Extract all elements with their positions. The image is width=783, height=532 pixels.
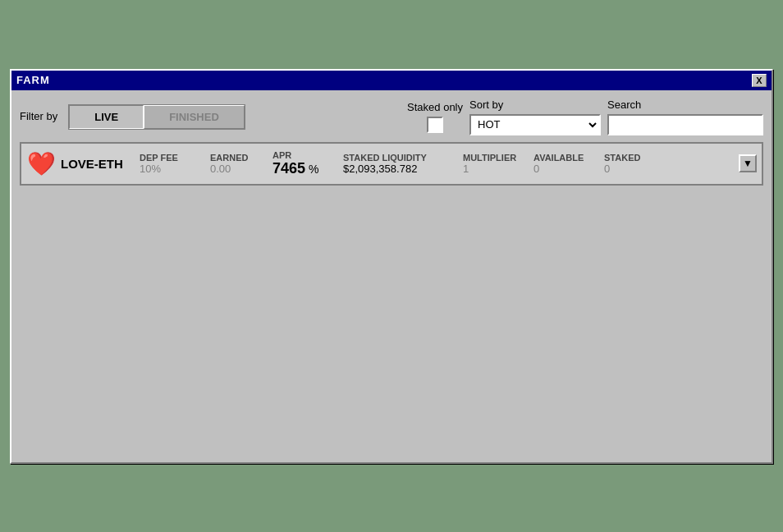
staked-col: Staked 0 (604, 153, 653, 175)
dep-fee-value: 10% (140, 163, 161, 175)
earned-value: 0.00 (210, 163, 231, 175)
apr-col: APR 7465 % (272, 150, 338, 177)
staked-liq-label: Staked Liquidity (343, 153, 427, 163)
sort-label: Sort by (469, 99, 601, 111)
filter-by-label: Filter by (20, 110, 57, 124)
farm-table: ❤️ LOVE-ETH DEP FEE 10% Earned 0.00 APR … (20, 142, 763, 186)
search-input[interactable] (607, 114, 763, 135)
sort-select[interactable]: HOT APR EARNED LIQUIDITY MULTIPLIER (469, 114, 601, 135)
earned-label: Earned (210, 153, 248, 163)
available-value: 0 (533, 163, 539, 175)
staked-liq-col: Staked Liquidity $2,093,358.782 (343, 153, 458, 175)
staked-only-label: Staked only (407, 101, 463, 113)
staked-liq-value: $2,093,358.782 (343, 163, 417, 175)
expand-button[interactable]: ▼ (739, 154, 757, 172)
dep-fee-label: DEP FEE (140, 153, 178, 163)
table-row: ❤️ LOVE-ETH DEP FEE 10% Earned 0.00 APR … (21, 143, 762, 185)
multiplier-col: Multiplier 1 (463, 153, 529, 175)
filter-tabs: LIVE FINISHED (68, 104, 245, 130)
tab-live[interactable]: LIVE (69, 105, 144, 129)
tab-finished[interactable]: FINISHED (144, 105, 245, 129)
earned-col: Earned 0.00 (210, 153, 268, 175)
window-body: Filter by LIVE FINISHED Staked only Sort… (11, 90, 772, 462)
farm-name: LOVE-ETH (61, 157, 135, 171)
search-label: Search (607, 99, 763, 111)
search-group: Search (607, 99, 763, 135)
window-title: FARM (16, 74, 50, 86)
apr-row: 7465 % (272, 160, 319, 177)
staked-only-checkbox[interactable] (427, 117, 443, 133)
controls-row: Filter by LIVE FINISHED Staked only Sort… (20, 99, 763, 135)
farm-icon-heart: ❤️ (26, 150, 56, 177)
apr-pct: % (309, 163, 318, 176)
content-area: ❤️ LOVE-ETH DEP FEE 10% Earned 0.00 APR … (20, 142, 763, 454)
close-button[interactable]: X (752, 74, 767, 87)
multiplier-value: 1 (463, 163, 469, 175)
title-bar: FARM X (11, 71, 772, 90)
available-col: Available 0 (533, 153, 599, 175)
sort-group: Sort by HOT APR EARNED LIQUIDITY MULTIPL… (469, 99, 601, 135)
apr-label: APR (272, 150, 291, 160)
staked-label: Staked (604, 153, 640, 163)
multiplier-label: Multiplier (463, 153, 516, 163)
dep-fee-col: DEP FEE 10% (140, 153, 205, 175)
farm-window: FARM X Filter by LIVE FINISHED Staked on… (10, 69, 773, 464)
staked-value: 0 (604, 163, 610, 175)
apr-value: 7465 (272, 160, 305, 177)
available-label: Available (533, 153, 584, 163)
staked-only-group: Staked only (407, 101, 463, 133)
